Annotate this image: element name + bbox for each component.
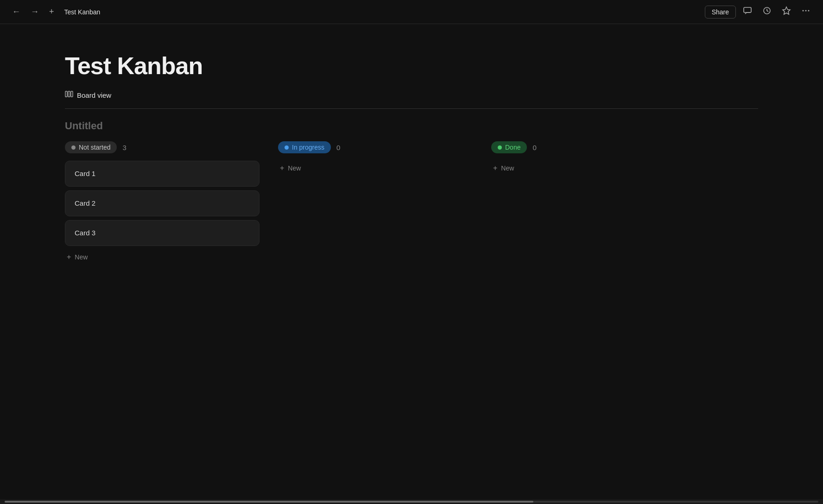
column-header-not-started: Not started 3 <box>65 141 260 153</box>
svg-marker-2 <box>783 7 790 14</box>
nav-left: ← → + Test Kanban <box>9 5 100 19</box>
new-card-button-in-progress[interactable]: + New <box>278 161 303 176</box>
column-in-progress: In progress 0 + New <box>278 141 473 176</box>
column-done: Done 0 + New <box>491 141 686 176</box>
new-label-done: New <box>501 164 514 172</box>
page-title: Test Kanban <box>65 52 758 80</box>
board-view-label: Board view <box>77 91 111 99</box>
board-section-title: Untitled <box>65 120 758 132</box>
more-icon <box>801 6 810 18</box>
divider <box>65 108 758 109</box>
more-button[interactable] <box>798 4 814 20</box>
status-badge-done[interactable]: Done <box>491 141 527 153</box>
svg-point-4 <box>805 10 807 12</box>
status-dot-in-progress <box>285 145 289 150</box>
comment-icon <box>743 6 752 18</box>
status-label-in-progress: In progress <box>292 144 324 151</box>
new-card-button-not-started[interactable]: + New <box>65 250 89 265</box>
back-button[interactable]: ← <box>9 5 23 19</box>
status-badge-in-progress[interactable]: In progress <box>278 141 331 153</box>
plus-icon-in-progress: + <box>280 164 284 172</box>
card-title-2: Card 2 <box>75 199 95 207</box>
board-view-icon <box>65 91 73 99</box>
share-button[interactable]: Share <box>705 6 736 19</box>
add-page-button[interactable]: + <box>46 5 57 19</box>
card-title-3: Card 3 <box>75 229 95 237</box>
status-badge-not-started[interactable]: Not started <box>65 141 117 153</box>
top-nav: ← → + Test Kanban Share <box>0 0 823 24</box>
nav-title: Test Kanban <box>64 8 101 16</box>
plus-icon-done: + <box>493 164 497 172</box>
back-icon: ← <box>12 7 20 17</box>
column-header-in-progress: In progress 0 <box>278 141 473 153</box>
column-count-not-started: 3 <box>122 144 126 151</box>
history-icon <box>762 6 772 18</box>
main-content: Test Kanban Board view Untitled Not star… <box>0 24 823 265</box>
add-icon: + <box>49 7 54 17</box>
forward-icon: → <box>31 7 39 17</box>
scrollbar-thumb <box>5 501 533 503</box>
svg-rect-0 <box>744 7 751 13</box>
forward-button[interactable]: → <box>28 5 42 19</box>
card-1[interactable]: Card 1 <box>65 161 260 187</box>
new-card-button-done[interactable]: + New <box>491 161 516 176</box>
history-button[interactable] <box>759 4 775 20</box>
favorite-button[interactable] <box>779 4 794 20</box>
card-2[interactable]: Card 2 <box>65 190 260 216</box>
kanban-board: Not started 3 Card 1 Card 2 Card 3 + New <box>65 141 758 265</box>
comments-button[interactable] <box>740 4 755 20</box>
column-not-started: Not started 3 Card 1 Card 2 Card 3 + New <box>65 141 260 265</box>
bottom-bar <box>0 499 823 504</box>
new-label-not-started: New <box>75 253 88 261</box>
svg-point-3 <box>803 10 804 12</box>
card-3[interactable]: Card 3 <box>65 220 260 246</box>
scrollbar-track[interactable] <box>5 501 818 503</box>
svg-rect-7 <box>68 91 70 97</box>
view-selector[interactable]: Board view <box>65 91 758 99</box>
status-label-not-started: Not started <box>79 144 110 151</box>
svg-rect-6 <box>65 91 67 97</box>
star-icon <box>782 6 791 18</box>
plus-icon-not-started: + <box>67 253 71 261</box>
status-dot-done <box>498 145 502 150</box>
svg-rect-8 <box>71 91 73 97</box>
status-label-done: Done <box>505 144 520 151</box>
svg-point-5 <box>808 10 810 12</box>
new-label-in-progress: New <box>288 164 301 172</box>
card-title-1: Card 1 <box>75 170 95 177</box>
column-count-done: 0 <box>532 144 536 151</box>
column-count-in-progress: 0 <box>336 144 340 151</box>
column-header-done: Done 0 <box>491 141 686 153</box>
nav-right: Share <box>705 4 814 20</box>
status-dot-not-started <box>71 145 76 150</box>
